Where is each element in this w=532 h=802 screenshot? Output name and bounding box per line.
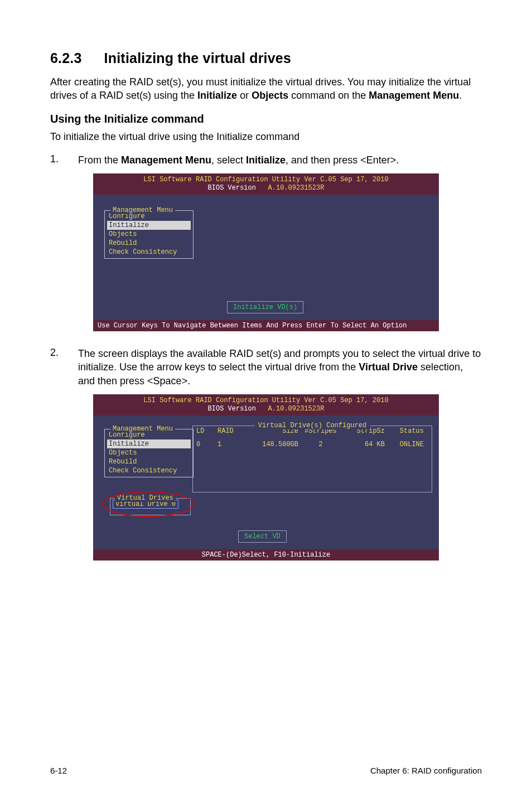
step-1: 1. From the Management Menu, select Init… (50, 153, 482, 167)
subintro-paragraph: To initialize the virtual drive using th… (50, 130, 482, 143)
management-menu-title-1: Management Menu (110, 206, 175, 214)
menu-item-objects-2[interactable]: Objects (107, 448, 191, 457)
cell-ld: 0 (196, 441, 217, 448)
menu-item-objects[interactable]: Objects (107, 230, 191, 239)
bios1-footer: Use Cursor Keys To Navigate Between Item… (93, 320, 439, 331)
bios-screenshot-1: LSI Software RAID Configuration Utility … (93, 173, 439, 331)
step-2-text: The screen displays the available RAID s… (78, 347, 482, 388)
management-menu-box-2: Management Menu Configure Initialize Obj… (104, 429, 194, 477)
virtual-drives-configured-table: Virtual Drive(s) Configured LD RAID Size… (192, 426, 432, 492)
bios2-header: LSI Software RAID Configuration Utility … (93, 394, 439, 416)
menu-item-check-consistency[interactable]: Check Consistency (107, 248, 191, 257)
menu-item-rebuild[interactable]: Rebuild (107, 239, 191, 248)
cell-stripes: 2 (298, 441, 343, 448)
step-1-text: From the Management Menu, select Initial… (78, 153, 399, 167)
menu-item-rebuild-2[interactable]: Rebuild (107, 457, 191, 466)
col-header-ld: LD (196, 427, 217, 435)
menu-item-check-consistency-2[interactable]: Check Consistency (107, 466, 191, 475)
bios-screenshot-2: LSI Software RAID Configuration Utility … (93, 394, 439, 561)
section-number: 6.2.3 (50, 50, 82, 66)
intro-paragraph: After creating the RAID set(s), you must… (50, 75, 482, 103)
cell-raid: 1 (217, 441, 245, 448)
management-menu-title-2: Management Menu (110, 425, 175, 433)
section-title-text: Initializing the virtual drives (104, 50, 291, 66)
virtual-drives-select-title: Virtual Drives (115, 494, 176, 502)
bios2-footer: SPACE-(De)Select, F10-Initialize (93, 549, 439, 561)
chapter-label: Chapter 6: RAID configuration (370, 766, 482, 775)
virtual-drives-select-box: Virtual Drives Virtual Drive 0 (110, 498, 191, 515)
col-header-status: Status (385, 427, 424, 435)
subhead-using-initialize: Using the Initialize command (50, 113, 482, 125)
bios1-header: LSI Software RAID Configuration Utility … (93, 173, 439, 195)
col-header-raid: RAID (217, 427, 245, 435)
menu-item-initialize-2[interactable]: Initialize (107, 439, 191, 448)
cell-stripsz: 64 KB (343, 441, 385, 448)
virtual-drives-configured-title: Virtual Drive(s) Configured (255, 422, 370, 429)
initialize-vds-box: Initialize VD(s) (227, 301, 303, 313)
select-vd-box: Select VD (238, 530, 287, 543)
step-2: 2. The screen displays the available RAI… (50, 347, 482, 388)
step-1-number: 1. (50, 153, 62, 167)
menu-item-initialize[interactable]: Initialize (107, 221, 191, 230)
page-footer: 6-12 Chapter 6: RAID configuration (50, 766, 482, 775)
vd-table-row-0[interactable]: 0 1 148.580GB 2 64 KB ONLINE (193, 439, 432, 450)
section-heading: 6.2.3Initializing the virtual drives (50, 50, 482, 66)
page-number: 6-12 (50, 766, 67, 775)
step-2-number: 2. (50, 347, 62, 388)
cell-status: ONLINE (385, 441, 424, 448)
management-menu-box-1: Management Menu Configure Initialize Obj… (104, 210, 194, 259)
cell-size: 148.580GB (245, 441, 298, 448)
